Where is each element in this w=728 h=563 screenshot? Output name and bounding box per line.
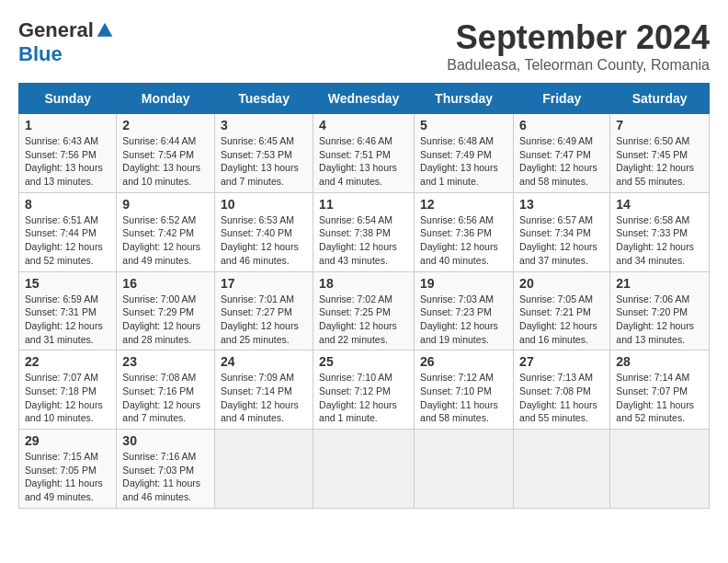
- table-row: 2Sunrise: 6:44 AM Sunset: 7:54 PM Daylig…: [117, 114, 215, 193]
- day-number: 15: [25, 276, 110, 291]
- day-info: Sunrise: 6:59 AM Sunset: 7:31 PM Dayligh…: [25, 293, 110, 347]
- day-info: Sunrise: 6:44 AM Sunset: 7:54 PM Dayligh…: [122, 134, 209, 189]
- day-number: 9: [122, 197, 209, 212]
- day-info: Sunrise: 6:54 AM Sunset: 7:38 PM Dayligh…: [319, 213, 408, 268]
- day-info: Sunrise: 7:01 AM Sunset: 7:27 PM Dayligh…: [221, 293, 307, 347]
- table-row: 21Sunrise: 7:06 AM Sunset: 7:20 PM Dayli…: [610, 271, 710, 350]
- table-row: 13Sunrise: 6:57 AM Sunset: 7:34 PM Dayli…: [514, 192, 610, 271]
- day-info: Sunrise: 7:07 AM Sunset: 7:18 PM Dayligh…: [25, 371, 110, 425]
- col-wednesday: Wednesday: [313, 84, 415, 114]
- page-header: General Blue September 2024 Baduleasa, T…: [18, 18, 710, 74]
- day-number: 6: [519, 118, 604, 132]
- table-row: [215, 430, 313, 509]
- logo-blue-text: Blue: [18, 42, 63, 66]
- day-info: Sunrise: 6:56 AM Sunset: 7:36 PM Dayligh…: [420, 213, 507, 268]
- table-row: 19Sunrise: 7:03 AM Sunset: 7:23 PM Dayli…: [415, 271, 514, 350]
- day-number: 4: [319, 118, 408, 132]
- day-number: 8: [25, 197, 110, 212]
- day-info: Sunrise: 7:06 AM Sunset: 7:20 PM Dayligh…: [616, 293, 703, 347]
- calendar-week-row: 1Sunrise: 6:43 AM Sunset: 7:56 PM Daylig…: [19, 114, 710, 193]
- table-row: 20Sunrise: 7:05 AM Sunset: 7:21 PM Dayli…: [514, 271, 610, 350]
- table-row: [610, 430, 710, 509]
- day-info: Sunrise: 7:02 AM Sunset: 7:25 PM Dayligh…: [319, 293, 408, 347]
- day-info: Sunrise: 6:45 AM Sunset: 7:53 PM Dayligh…: [221, 134, 307, 189]
- day-info: Sunrise: 6:52 AM Sunset: 7:42 PM Dayligh…: [122, 213, 209, 268]
- table-row: 5Sunrise: 6:48 AM Sunset: 7:49 PM Daylig…: [415, 114, 514, 193]
- table-row: 16Sunrise: 7:00 AM Sunset: 7:29 PM Dayli…: [117, 271, 215, 350]
- col-thursday: Thursday: [415, 84, 514, 114]
- logo-icon: [96, 21, 114, 40]
- day-info: Sunrise: 7:10 AM Sunset: 7:12 PM Dayligh…: [319, 371, 408, 425]
- table-row: 6Sunrise: 6:49 AM Sunset: 7:47 PM Daylig…: [514, 114, 610, 193]
- logo-general-text: General: [18, 18, 94, 42]
- day-info: Sunrise: 7:03 AM Sunset: 7:23 PM Dayligh…: [420, 293, 507, 347]
- calendar-week-row: 29Sunrise: 7:15 AM Sunset: 7:05 PM Dayli…: [19, 430, 710, 509]
- title-section: September 2024 Baduleasa, Teleorman Coun…: [447, 18, 710, 74]
- table-row: 10Sunrise: 6:53 AM Sunset: 7:40 PM Dayli…: [215, 192, 313, 271]
- day-info: Sunrise: 6:53 AM Sunset: 7:40 PM Dayligh…: [221, 213, 307, 268]
- calendar-table: Sunday Monday Tuesday Wednesday Thursday…: [18, 83, 710, 509]
- svg-marker-0: [97, 23, 113, 37]
- day-number: 17: [221, 276, 307, 291]
- day-info: Sunrise: 6:43 AM Sunset: 7:56 PM Dayligh…: [25, 134, 110, 189]
- day-info: Sunrise: 7:08 AM Sunset: 7:16 PM Dayligh…: [122, 371, 209, 425]
- day-info: Sunrise: 6:49 AM Sunset: 7:47 PM Dayligh…: [519, 134, 604, 189]
- table-row: 12Sunrise: 6:56 AM Sunset: 7:36 PM Dayli…: [415, 192, 514, 271]
- table-row: 22Sunrise: 7:07 AM Sunset: 7:18 PM Dayli…: [19, 350, 117, 430]
- day-info: Sunrise: 6:48 AM Sunset: 7:49 PM Dayligh…: [420, 134, 507, 189]
- day-number: 19: [420, 276, 507, 291]
- table-row: 25Sunrise: 7:10 AM Sunset: 7:12 PM Dayli…: [313, 350, 415, 430]
- table-row: 18Sunrise: 7:02 AM Sunset: 7:25 PM Dayli…: [313, 271, 415, 350]
- day-number: 7: [616, 118, 703, 132]
- calendar-title: September 2024: [447, 18, 710, 57]
- day-number: 11: [319, 197, 408, 212]
- col-friday: Friday: [514, 84, 610, 114]
- table-row: 1Sunrise: 6:43 AM Sunset: 7:56 PM Daylig…: [19, 114, 117, 193]
- table-row: 9Sunrise: 6:52 AM Sunset: 7:42 PM Daylig…: [117, 192, 215, 271]
- day-number: 20: [519, 276, 604, 291]
- day-number: 21: [616, 276, 703, 291]
- day-number: 30: [122, 433, 209, 448]
- table-row: 29Sunrise: 7:15 AM Sunset: 7:05 PM Dayli…: [19, 430, 117, 509]
- day-info: Sunrise: 6:46 AM Sunset: 7:51 PM Dayligh…: [319, 134, 408, 189]
- col-tuesday: Tuesday: [215, 84, 313, 114]
- calendar-subtitle: Baduleasa, Teleorman County, Romania: [447, 57, 710, 74]
- day-number: 25: [319, 354, 408, 369]
- calendar-week-row: 8Sunrise: 6:51 AM Sunset: 7:44 PM Daylig…: [19, 192, 710, 271]
- day-info: Sunrise: 6:57 AM Sunset: 7:34 PM Dayligh…: [519, 213, 604, 268]
- table-row: [415, 430, 514, 509]
- day-number: 22: [25, 354, 110, 369]
- day-number: 5: [420, 118, 507, 132]
- table-row: [313, 430, 415, 509]
- day-info: Sunrise: 6:51 AM Sunset: 7:44 PM Dayligh…: [25, 213, 110, 268]
- table-row: 8Sunrise: 6:51 AM Sunset: 7:44 PM Daylig…: [19, 192, 117, 271]
- day-number: 18: [319, 276, 408, 291]
- day-info: Sunrise: 7:00 AM Sunset: 7:29 PM Dayligh…: [122, 293, 209, 347]
- calendar-header-row: Sunday Monday Tuesday Wednesday Thursday…: [19, 84, 710, 114]
- day-number: 10: [221, 197, 307, 212]
- table-row: 4Sunrise: 6:46 AM Sunset: 7:51 PM Daylig…: [313, 114, 415, 193]
- table-row: 26Sunrise: 7:12 AM Sunset: 7:10 PM Dayli…: [415, 350, 514, 430]
- day-info: Sunrise: 7:05 AM Sunset: 7:21 PM Dayligh…: [519, 293, 604, 347]
- day-number: 13: [519, 197, 604, 212]
- table-row: 28Sunrise: 7:14 AM Sunset: 7:07 PM Dayli…: [610, 350, 710, 430]
- table-row: 24Sunrise: 7:09 AM Sunset: 7:14 PM Dayli…: [215, 350, 313, 430]
- day-info: Sunrise: 7:12 AM Sunset: 7:10 PM Dayligh…: [420, 371, 507, 425]
- table-row: 27Sunrise: 7:13 AM Sunset: 7:08 PM Dayli…: [514, 350, 610, 430]
- day-number: 28: [616, 354, 703, 369]
- day-number: 29: [25, 433, 110, 448]
- table-row: 23Sunrise: 7:08 AM Sunset: 7:16 PM Dayli…: [117, 350, 215, 430]
- table-row: 14Sunrise: 6:58 AM Sunset: 7:33 PM Dayli…: [610, 192, 710, 271]
- day-number: 12: [420, 197, 507, 212]
- day-info: Sunrise: 7:09 AM Sunset: 7:14 PM Dayligh…: [221, 371, 307, 425]
- calendar-week-row: 22Sunrise: 7:07 AM Sunset: 7:18 PM Dayli…: [19, 350, 710, 430]
- day-number: 23: [122, 354, 209, 369]
- day-info: Sunrise: 7:14 AM Sunset: 7:07 PM Dayligh…: [616, 371, 703, 425]
- day-number: 2: [122, 118, 209, 132]
- table-row: 3Sunrise: 6:45 AM Sunset: 7:53 PM Daylig…: [215, 114, 313, 193]
- table-row: 15Sunrise: 6:59 AM Sunset: 7:31 PM Dayli…: [19, 271, 117, 350]
- table-row: 30Sunrise: 7:16 AM Sunset: 7:03 PM Dayli…: [117, 430, 215, 509]
- calendar-week-row: 15Sunrise: 6:59 AM Sunset: 7:31 PM Dayli…: [19, 271, 710, 350]
- day-number: 14: [616, 197, 703, 212]
- table-row: 7Sunrise: 6:50 AM Sunset: 7:45 PM Daylig…: [610, 114, 710, 193]
